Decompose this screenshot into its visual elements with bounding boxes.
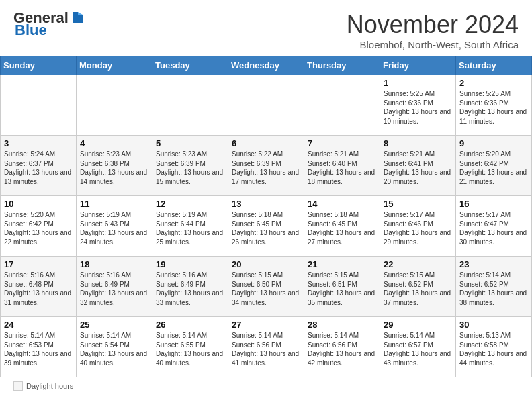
day-number: 30 [459, 320, 528, 330]
day-info: Sunrise: 5:23 AM Sunset: 6:39 PM Dayligh… [156, 150, 224, 186]
day-info: Sunrise: 5:14 AM Sunset: 6:55 PM Dayligh… [156, 331, 224, 367]
calendar-cell: 22Sunrise: 5:15 AM Sunset: 6:52 PM Dayli… [380, 257, 456, 317]
day-number: 5 [156, 138, 224, 148]
day-info: Sunrise: 5:16 AM Sunset: 6:48 PM Dayligh… [4, 271, 73, 307]
day-info: Sunrise: 5:22 AM Sunset: 6:39 PM Dayligh… [232, 150, 300, 186]
day-number: 6 [232, 138, 300, 148]
calendar-cell: 29Sunrise: 5:14 AM Sunset: 6:57 PM Dayli… [380, 317, 456, 377]
day-number: 21 [308, 259, 376, 269]
day-info: Sunrise: 5:14 AM Sunset: 6:52 PM Dayligh… [459, 271, 528, 307]
weekday-header-tuesday: Tuesday [152, 56, 228, 75]
calendar-cell: 12Sunrise: 5:19 AM Sunset: 6:44 PM Dayli… [152, 196, 228, 257]
day-number: 11 [80, 199, 148, 209]
calendar-cell [1, 75, 77, 136]
calendar-cell [77, 75, 152, 136]
day-number: 4 [80, 138, 148, 148]
day-info: Sunrise: 5:23 AM Sunset: 6:38 PM Dayligh… [80, 150, 148, 186]
day-info: Sunrise: 5:25 AM Sunset: 6:36 PM Dayligh… [459, 89, 528, 126]
day-number: 3 [4, 138, 73, 148]
day-number: 18 [80, 259, 148, 269]
day-number: 17 [4, 259, 73, 269]
day-info: Sunrise: 5:15 AM Sunset: 6:52 PM Dayligh… [384, 271, 452, 307]
calendar-cell [304, 75, 380, 136]
day-number: 8 [384, 138, 452, 148]
calendar-cell: 13Sunrise: 5:18 AM Sunset: 6:45 PM Dayli… [228, 196, 304, 257]
week-row-5: 24Sunrise: 5:14 AM Sunset: 6:53 PM Dayli… [1, 317, 532, 377]
day-number: 28 [308, 320, 376, 330]
day-number: 13 [232, 199, 300, 209]
day-info: Sunrise: 5:14 AM Sunset: 6:54 PM Dayligh… [80, 331, 148, 367]
subtitle: Bloemhof, North-West, South Africa [347, 39, 519, 50]
day-info: Sunrise: 5:15 AM Sunset: 6:50 PM Dayligh… [232, 271, 300, 307]
weekday-header-sunday: Sunday [1, 56, 77, 75]
calendar-cell: 3Sunrise: 5:24 AM Sunset: 6:37 PM Daylig… [1, 136, 77, 196]
calendar-cell: 17Sunrise: 5:16 AM Sunset: 6:48 PM Dayli… [1, 257, 77, 317]
calendar-cell: 24Sunrise: 5:14 AM Sunset: 6:53 PM Dayli… [1, 317, 77, 377]
day-number: 23 [459, 259, 528, 269]
weekday-header-monday: Monday [77, 56, 152, 75]
day-info: Sunrise: 5:17 AM Sunset: 6:46 PM Dayligh… [384, 210, 452, 246]
calendar-cell: 1Sunrise: 5:25 AM Sunset: 6:36 PM Daylig… [380, 75, 456, 136]
calendar-cell: 19Sunrise: 5:16 AM Sunset: 6:49 PM Dayli… [152, 257, 228, 317]
week-row-3: 10Sunrise: 5:20 AM Sunset: 6:42 PM Dayli… [1, 196, 532, 257]
day-info: Sunrise: 5:16 AM Sunset: 6:49 PM Dayligh… [80, 271, 148, 307]
day-info: Sunrise: 5:19 AM Sunset: 6:44 PM Dayligh… [156, 210, 224, 246]
title-block: November 2024 Bloemhof, North-West, Sout… [347, 11, 519, 50]
day-number: 9 [459, 138, 528, 148]
calendar-cell: 23Sunrise: 5:14 AM Sunset: 6:52 PM Dayli… [456, 257, 532, 317]
day-number: 24 [4, 320, 73, 330]
day-number: 10 [4, 199, 73, 209]
calendar: SundayMondayTuesdayWednesdayThursdayFrid… [0, 56, 532, 377]
day-number: 14 [308, 199, 376, 209]
weekday-header-row: SundayMondayTuesdayWednesdayThursdayFrid… [1, 56, 532, 75]
calendar-cell: 26Sunrise: 5:14 AM Sunset: 6:55 PM Dayli… [152, 317, 228, 377]
week-row-2: 3Sunrise: 5:24 AM Sunset: 6:37 PM Daylig… [1, 136, 532, 196]
day-info: Sunrise: 5:18 AM Sunset: 6:45 PM Dayligh… [232, 210, 300, 246]
day-number: 16 [459, 199, 528, 209]
calendar-cell: 5Sunrise: 5:23 AM Sunset: 6:39 PM Daylig… [152, 136, 228, 196]
legend: Daylight hours [0, 377, 532, 395]
legend-box [13, 381, 23, 391]
day-info: Sunrise: 5:18 AM Sunset: 6:45 PM Dayligh… [308, 210, 376, 246]
day-info: Sunrise: 5:20 AM Sunset: 6:42 PM Dayligh… [4, 210, 73, 246]
day-number: 19 [156, 259, 224, 269]
month-title: November 2024 [347, 11, 519, 39]
day-number: 12 [156, 199, 224, 209]
calendar-cell: 2Sunrise: 5:25 AM Sunset: 6:36 PM Daylig… [456, 75, 532, 136]
calendar-cell: 4Sunrise: 5:23 AM Sunset: 6:38 PM Daylig… [77, 136, 152, 196]
logo-icon [71, 11, 85, 26]
weekday-header-friday: Friday [380, 56, 456, 75]
calendar-cell: 11Sunrise: 5:19 AM Sunset: 6:43 PM Dayli… [77, 196, 152, 257]
calendar-cell: 20Sunrise: 5:15 AM Sunset: 6:50 PM Dayli… [228, 257, 304, 317]
day-info: Sunrise: 5:20 AM Sunset: 6:42 PM Dayligh… [459, 150, 528, 186]
day-number: 27 [232, 320, 300, 330]
day-info: Sunrise: 5:21 AM Sunset: 6:40 PM Dayligh… [308, 150, 376, 186]
week-row-4: 17Sunrise: 5:16 AM Sunset: 6:48 PM Dayli… [1, 257, 532, 317]
calendar-cell: 8Sunrise: 5:21 AM Sunset: 6:41 PM Daylig… [380, 136, 456, 196]
weekday-header-saturday: Saturday [456, 56, 532, 75]
calendar-cell: 27Sunrise: 5:14 AM Sunset: 6:56 PM Dayli… [228, 317, 304, 377]
calendar-cell: 18Sunrise: 5:16 AM Sunset: 6:49 PM Dayli… [77, 257, 152, 317]
day-info: Sunrise: 5:19 AM Sunset: 6:43 PM Dayligh… [80, 210, 148, 246]
day-info: Sunrise: 5:24 AM Sunset: 6:37 PM Dayligh… [4, 150, 73, 186]
day-info: Sunrise: 5:17 AM Sunset: 6:47 PM Dayligh… [459, 210, 528, 246]
day-number: 1 [384, 78, 452, 88]
calendar-cell: 10Sunrise: 5:20 AM Sunset: 6:42 PM Dayli… [1, 196, 77, 257]
day-info: Sunrise: 5:14 AM Sunset: 6:56 PM Dayligh… [232, 331, 300, 367]
day-number: 15 [384, 199, 452, 209]
header: General Blue November 2024 Bloemhof, Nor… [0, 0, 532, 56]
day-info: Sunrise: 5:14 AM Sunset: 6:56 PM Dayligh… [308, 331, 376, 367]
logo: General Blue [13, 11, 85, 38]
day-number: 7 [308, 138, 376, 148]
calendar-cell: 7Sunrise: 5:21 AM Sunset: 6:40 PM Daylig… [304, 136, 380, 196]
day-number: 20 [232, 259, 300, 269]
calendar-cell: 15Sunrise: 5:17 AM Sunset: 6:46 PM Dayli… [380, 196, 456, 257]
calendar-cell: 30Sunrise: 5:13 AM Sunset: 6:58 PM Dayli… [456, 317, 532, 377]
calendar-cell: 16Sunrise: 5:17 AM Sunset: 6:47 PM Dayli… [456, 196, 532, 257]
day-number: 2 [459, 78, 528, 88]
weekday-header-thursday: Thursday [304, 56, 380, 75]
day-info: Sunrise: 5:15 AM Sunset: 6:51 PM Dayligh… [308, 271, 376, 307]
day-info: Sunrise: 5:16 AM Sunset: 6:49 PM Dayligh… [156, 271, 224, 307]
day-number: 22 [384, 259, 452, 269]
calendar-cell: 21Sunrise: 5:15 AM Sunset: 6:51 PM Dayli… [304, 257, 380, 317]
